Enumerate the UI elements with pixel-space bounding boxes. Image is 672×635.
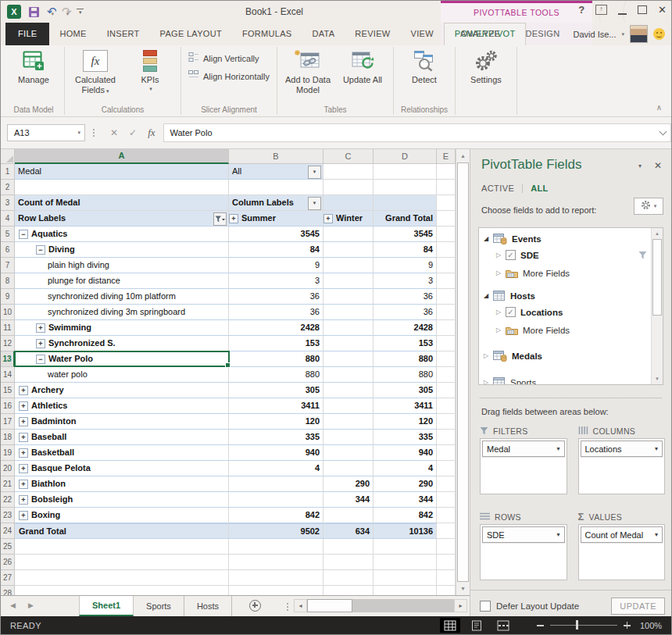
field-chip-count-of-medal[interactable]: Count of Medal▾ bbox=[581, 526, 663, 543]
user-name[interactable]: David Ise... bbox=[573, 30, 616, 39]
field-item-more-fields[interactable]: ▷More Fields bbox=[479, 265, 650, 281]
ribbon-button-align-horizontally[interactable]: Align Horizontally bbox=[185, 68, 273, 84]
vertical-scrollbar[interactable]: ▲ ▼ bbox=[456, 149, 470, 595]
row-header-7[interactable]: 7 bbox=[1, 258, 15, 273]
vertical-scrollbar-thumb[interactable] bbox=[457, 162, 469, 582]
ribbon-display-options-button[interactable]: ↑ bbox=[595, 5, 607, 15]
cell-row-label-water-polo[interactable]: water polo bbox=[15, 367, 229, 383]
expand-button[interactable]: + bbox=[323, 214, 333, 223]
tab-view[interactable]: VIEW bbox=[401, 23, 444, 45]
row-header-1[interactable]: 1 bbox=[1, 164, 15, 180]
close-button[interactable]: ✕ bbox=[658, 5, 667, 15]
expand-button[interactable]: + bbox=[36, 339, 45, 348]
tab-formulas[interactable]: FORMULAS bbox=[232, 23, 302, 45]
scroll-right-arrow-icon[interactable]: ▸ bbox=[454, 599, 467, 612]
expand-triangle-icon[interactable]: ▷ bbox=[484, 352, 493, 359]
help-button[interactable]: ? bbox=[578, 4, 584, 16]
row-header-10[interactable]: 10 bbox=[1, 305, 15, 320]
field-item-sde[interactable]: ▷✓SDE bbox=[479, 247, 650, 263]
column-header-a[interactable]: A bbox=[15, 149, 229, 164]
redo-button[interactable]: ↷▾ bbox=[62, 5, 69, 19]
tab-data[interactable]: DATA bbox=[302, 23, 345, 45]
ribbon-button-add-to-data-model[interactable]: Add to Data Model bbox=[281, 47, 334, 95]
sheet-tab-sheet1[interactable]: Sheet1 bbox=[79, 596, 134, 616]
field-checkbox[interactable]: ✓ bbox=[506, 307, 516, 317]
expand-button[interactable]: + bbox=[36, 323, 45, 333]
row-header-19[interactable]: 19 bbox=[1, 445, 15, 461]
tab-home[interactable]: HOME bbox=[49, 23, 96, 45]
collapse-button[interactable]: − bbox=[36, 355, 45, 364]
collapse-triangle-icon[interactable]: ◢ bbox=[484, 235, 493, 242]
previous-sheet-button[interactable]: ◀ bbox=[10, 601, 16, 609]
ribbon-button-align-vertically[interactable]: Align Vertically bbox=[185, 50, 263, 66]
insert-function-button[interactable]: fx bbox=[148, 127, 155, 139]
fields-scrollbar-thumb[interactable] bbox=[652, 239, 662, 316]
cell-row-label-plunge-for-distance[interactable]: plunge for distance bbox=[15, 273, 229, 289]
expand-triangle-icon[interactable]: ▷ bbox=[496, 252, 506, 259]
pane-options-button[interactable]: ▾ bbox=[638, 162, 642, 169]
next-sheet-button[interactable]: ▶ bbox=[28, 601, 34, 609]
row-header-12[interactable]: 12 bbox=[1, 336, 15, 351]
field-checkbox[interactable]: ✓ bbox=[506, 250, 516, 260]
ribbon-button-kpis[interactable]: KPIs▾ bbox=[123, 47, 177, 92]
sheet-tab-hosts[interactable]: Hosts bbox=[184, 596, 232, 616]
maximize-button[interactable] bbox=[638, 5, 647, 14]
zoom-out-button[interactable] bbox=[537, 625, 544, 626]
field-chip-locations[interactable]: Locations▾ bbox=[581, 441, 663, 457]
field-item-medals[interactable]: ▷Medals bbox=[479, 348, 650, 364]
expand-button[interactable]: + bbox=[19, 511, 28, 520]
row-header-17[interactable]: 17 bbox=[1, 414, 15, 430]
cell-row-label-water-polo[interactable]: −Water Polo bbox=[15, 351, 229, 367]
expand-button[interactable]: + bbox=[19, 495, 28, 505]
cell-row-label-baseball[interactable]: +Baseball bbox=[15, 430, 229, 445]
field-chip-sde[interactable]: SDE▾ bbox=[482, 526, 565, 543]
area-box-values[interactable]: Count of Medal▾ bbox=[578, 524, 666, 580]
field-item-hosts[interactable]: ◢Hosts bbox=[479, 287, 650, 304]
collapse-ribbon-button[interactable]: ∧ bbox=[656, 103, 662, 112]
tools-button[interactable]: ▾ bbox=[634, 198, 663, 215]
feedback-smiley-icon[interactable] bbox=[653, 28, 665, 40]
row-header-6[interactable]: 6 bbox=[1, 242, 15, 258]
field-item-events[interactable]: ◢Events bbox=[479, 230, 650, 247]
tab-all[interactable]: ALL bbox=[531, 184, 549, 193]
expand-formula-bar-button[interactable] bbox=[655, 123, 671, 142]
row-header-8[interactable]: 8 bbox=[1, 273, 15, 289]
collapse-triangle-icon[interactable]: ◢ bbox=[484, 292, 493, 299]
column-header-d[interactable]: D bbox=[374, 149, 437, 164]
row-header-13[interactable]: 13 bbox=[1, 351, 15, 367]
expand-button[interactable]: + bbox=[19, 417, 28, 426]
ribbon-button-update-all[interactable]: Update All bbox=[336, 47, 389, 85]
row-header-14[interactable]: 14 bbox=[1, 367, 15, 383]
scroll-down-arrow-icon[interactable]: ▼ bbox=[652, 373, 663, 384]
zoom-in-button[interactable] bbox=[624, 622, 631, 629]
pane-close-button[interactable]: ✕ bbox=[654, 160, 662, 171]
column-labels-dropdown-button[interactable]: ▼ bbox=[308, 197, 321, 210]
row-header-16[interactable]: 16 bbox=[1, 398, 15, 414]
expand-button[interactable]: + bbox=[19, 480, 28, 489]
column-header-e[interactable]: E bbox=[437, 149, 456, 164]
expand-button[interactable]: + bbox=[19, 448, 28, 458]
row-header-11[interactable]: 11 bbox=[1, 320, 15, 336]
row-header-28[interactable]: 28 bbox=[1, 586, 15, 595]
minimize-button[interactable] bbox=[618, 5, 627, 15]
column-header-b[interactable]: B bbox=[229, 149, 323, 164]
update-button[interactable]: UPDATE bbox=[611, 598, 665, 615]
tab-analyze[interactable]: ANALYZE bbox=[450, 23, 510, 45]
normal-view-button[interactable] bbox=[440, 618, 460, 633]
save-button[interactable] bbox=[29, 7, 39, 17]
cancel-button[interactable]: ✕ bbox=[110, 127, 118, 138]
cell-a4[interactable]: Row Labels bbox=[15, 211, 229, 227]
scroll-up-arrow-icon[interactable]: ▲ bbox=[456, 149, 470, 162]
area-box-filters[interactable]: Medal▾ bbox=[480, 438, 567, 494]
row-header-26[interactable]: 26 bbox=[1, 555, 15, 570]
scroll-left-arrow-icon[interactable]: ◂ bbox=[294, 599, 307, 612]
cell-row-label-synchronized-diving-10m-platform[interactable]: synchronized diving 10m platform bbox=[15, 289, 229, 305]
cell-row-label-aquatics[interactable]: −Aquatics bbox=[15, 227, 229, 242]
fields-list-scrollbar[interactable]: ▲ ▼ bbox=[651, 228, 663, 384]
page-break-preview-button[interactable] bbox=[493, 618, 513, 633]
sheet-tab-sports[interactable]: Sports bbox=[134, 596, 184, 616]
ribbon-button-detect[interactable]: Detect bbox=[398, 47, 451, 85]
zoom-level[interactable]: 100% bbox=[640, 621, 662, 630]
zoom-slider-thumb[interactable] bbox=[576, 620, 578, 630]
expand-button[interactable]: + bbox=[19, 433, 28, 442]
